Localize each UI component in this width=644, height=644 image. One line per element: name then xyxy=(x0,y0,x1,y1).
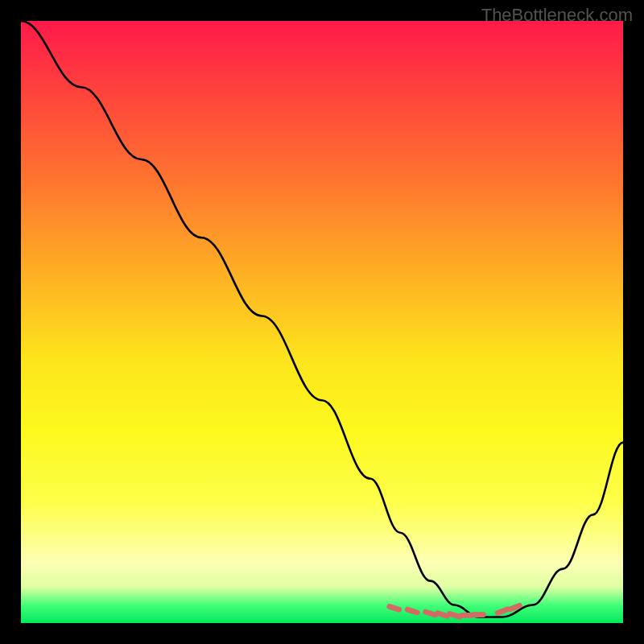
marker-dash xyxy=(510,605,519,609)
marker-dash xyxy=(438,613,448,617)
chart-container: TheBottleneck.com xyxy=(0,0,644,644)
marker-dash xyxy=(426,612,436,615)
highlight-markers xyxy=(390,605,520,617)
marker-dash xyxy=(390,606,399,609)
bottleneck-curve xyxy=(21,21,623,617)
marker-dash xyxy=(497,609,507,613)
marker-dash xyxy=(450,613,460,617)
marker-dash xyxy=(407,609,417,613)
watermark-text: TheBottleneck.com xyxy=(481,5,633,26)
chart-svg xyxy=(21,21,623,623)
